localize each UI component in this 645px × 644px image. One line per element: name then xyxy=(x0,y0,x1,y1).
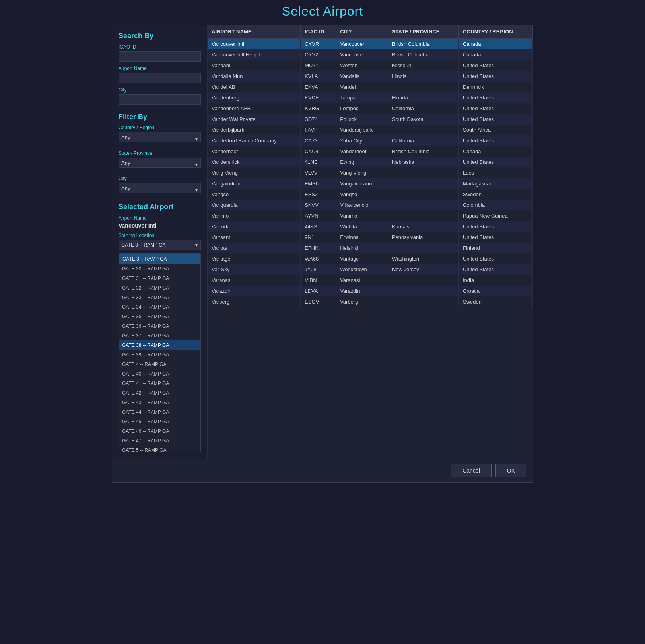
airport-name-search-label: Airport Name xyxy=(119,66,201,71)
list-item[interactable]: GATE 39 -- RAMP GA xyxy=(119,350,200,360)
cell-airport_name: Vangaindrano xyxy=(208,178,301,189)
cell-airport_name: Vandahl xyxy=(208,60,301,71)
list-item[interactable]: GATE 40 -- RAMP GA xyxy=(119,369,200,379)
list-item[interactable]: GATE 35 -- RAMP GA xyxy=(119,312,200,321)
cell-icao_id: CAU4 xyxy=(301,146,336,157)
cell-country_region: South Africa xyxy=(458,125,532,135)
cell-state_province xyxy=(388,275,458,286)
table-row[interactable]: Vang ViengVLVVVang ViengLaos xyxy=(208,167,533,178)
table-row[interactable]: Vandel ABEKVAVandelDenmark xyxy=(208,82,533,92)
list-item[interactable]: GATE 5 -- RAMP GA xyxy=(119,446,200,452)
table-row[interactable]: VanimoAYVNVanimoPapua New Guinea xyxy=(208,210,533,221)
table-row[interactable]: VanderbijlparkFAVPVanderbijlparkSouth Af… xyxy=(208,125,533,135)
cancel-button[interactable]: Cancel xyxy=(451,464,492,477)
cell-state_province: California xyxy=(388,103,458,114)
table-row[interactable]: VantaaEFHKHelsinkiFinland xyxy=(208,243,533,253)
airport-name-search-input[interactable] xyxy=(119,73,201,83)
cell-airport_name: Vanguardia xyxy=(208,200,301,210)
table-row[interactable]: Vansant9N1ErwinnaPennsylvaniaUnited Stat… xyxy=(208,232,533,243)
cell-airport_name: Vankirk xyxy=(208,221,301,232)
table-row[interactable]: Vancouver Intl HelijetCYV2VancouverBriti… xyxy=(208,49,533,60)
cell-airport_name: Vandenberg xyxy=(208,92,301,103)
starting-location-select[interactable]: GATE 3 -- RAMP GA xyxy=(119,240,201,250)
table-row[interactable]: VangsoESSZVangsoSweden xyxy=(208,189,533,200)
cell-state_province xyxy=(388,243,458,253)
select-airport-dialog: Search By ICAO ID Airport Name City Filt… xyxy=(112,25,533,483)
cell-airport_name: Vansant xyxy=(208,232,301,243)
table-header-row: AIRPORT NAMEICAO IDCITYSTATE / PROVINCEC… xyxy=(208,25,533,38)
list-item[interactable]: GATE 33 -- RAMP GA xyxy=(119,293,200,302)
list-item[interactable]: GATE 41 -- RAMP GA xyxy=(119,379,200,388)
table-body[interactable]: Vancouver IntlCYVRVancouverBritish Colum… xyxy=(208,38,533,307)
cell-airport_name: Vander Wal Private xyxy=(208,114,301,125)
table-row[interactable]: Vandenberg AFBKVBGLompocCaliforniaUnited… xyxy=(208,103,533,114)
search-section-title: Search By xyxy=(119,32,201,40)
table-row[interactable]: VarbergESGVVarbergSweden xyxy=(208,296,533,307)
table-row[interactable]: Vankirk44KSWichitaKansasUnited States xyxy=(208,221,533,232)
cell-state_province: British Columbia xyxy=(388,49,458,60)
cell-city: Wichita xyxy=(336,221,388,232)
country-filter-select[interactable]: Any xyxy=(119,132,201,142)
list-item[interactable]: GATE 46 -- RAMP GA xyxy=(119,426,200,436)
list-item[interactable]: GATE 38 -- RAMP GA xyxy=(119,340,200,350)
cell-icao_id: EKVA xyxy=(301,82,336,92)
cell-city: Vancouver xyxy=(336,49,388,60)
table-row[interactable]: Vander Wal PrivateSD74PollockSouth Dakot… xyxy=(208,114,533,125)
dialog-footer: Cancel OK xyxy=(112,459,533,482)
list-item[interactable]: GATE 42 -- RAMP GA xyxy=(119,388,200,398)
cell-city: Vanderhoof xyxy=(336,146,388,157)
cell-icao_id: JY08 xyxy=(301,264,336,275)
column-header-icao_id: ICAO ID xyxy=(301,25,336,38)
table-row[interactable]: VandenbergKVDFTampaFloridaUnited States xyxy=(208,92,533,103)
table-row[interactable]: VangaindranoFMSUVangaindranoMadagascar xyxy=(208,178,533,189)
ok-button[interactable]: OK xyxy=(495,464,526,477)
table-row[interactable]: VanderhoofCAU4VanderhoofBritish Columbia… xyxy=(208,146,533,157)
list-item[interactable]: GATE 3 -- RAMP GA xyxy=(119,254,200,264)
cell-icao_id: CYV2 xyxy=(301,49,336,60)
table-row[interactable]: Vancouver IntlCYVRVancouverBritish Colum… xyxy=(208,38,533,49)
list-item[interactable]: GATE 32 -- RAMP GA xyxy=(119,283,200,293)
cell-country_region: United States xyxy=(458,221,532,232)
table-row[interactable]: Vanderford Ranch CompanyCA73Yuba CityCal… xyxy=(208,135,533,146)
list-item[interactable]: GATE 43 -- RAMP GA xyxy=(119,398,200,407)
table-row[interactable]: Vandersnick41NEEwingNebraskaUnited State… xyxy=(208,157,533,167)
cell-country_region: Croatia xyxy=(458,286,532,296)
column-header-airport_name: AIRPORT NAME xyxy=(208,25,301,38)
cell-icao_id: FMSU xyxy=(301,178,336,189)
cell-icao_id: KVDF xyxy=(301,92,336,103)
column-header-country_region: COUNTRY / REGION xyxy=(458,25,532,38)
list-item[interactable]: GATE 34 -- RAMP GA xyxy=(119,302,200,312)
state-filter-select[interactable]: Any xyxy=(119,158,201,168)
table-row[interactable]: VandahlMU71WestonMissouriUnited States xyxy=(208,60,533,71)
list-item[interactable]: GATE 45 -- RAMP GA xyxy=(119,417,200,426)
selected-airport-name-value: Vancouver Intl xyxy=(119,222,201,229)
city-filter-wrapper: Any xyxy=(119,183,201,197)
cell-city: Vangso xyxy=(336,189,388,200)
list-item[interactable]: GATE 47 -- RAMP GA xyxy=(119,436,200,446)
cell-country_region: Canada xyxy=(458,146,532,157)
table-row[interactable]: VantageWA68VantageWashingtonUnited State… xyxy=(208,253,533,264)
cell-city: Varberg xyxy=(336,296,388,307)
cell-airport_name: Varazdin xyxy=(208,286,301,296)
list-item[interactable]: GATE 31 -- RAMP GA xyxy=(119,274,200,283)
cell-city: Pollock xyxy=(336,114,388,125)
table-row[interactable]: Var-SkyJY08WoodstownNew JerseyUnited Sta… xyxy=(208,264,533,275)
state-filter-label: State / Province xyxy=(119,150,201,156)
table-header: AIRPORT NAMEICAO IDCITYSTATE / PROVINCEC… xyxy=(208,25,533,38)
table-row[interactable]: VanguardiaSKVVVillavicencioColombia xyxy=(208,200,533,210)
table-row[interactable]: Vandalia MunKVLAVandaliaIllinoisUnited S… xyxy=(208,71,533,82)
cell-city: Helsinki xyxy=(336,243,388,253)
selected-airport-name-label: Airport Name xyxy=(119,215,201,221)
selected-airport-title: Selected Airport xyxy=(119,203,201,211)
list-item[interactable]: GATE 37 -- RAMP GA xyxy=(119,331,200,340)
table-container[interactable]: AIRPORT NAMEICAO IDCITYSTATE / PROVINCEC… xyxy=(208,25,533,459)
table-row[interactable]: VaranasiVIBNVaranasiIndia xyxy=(208,275,533,286)
icao-id-input[interactable] xyxy=(119,51,201,62)
city-search-input[interactable] xyxy=(119,94,201,105)
list-item[interactable]: GATE 4 -- RAMP GA xyxy=(119,360,200,369)
list-item[interactable]: GATE 36 -- RAMP GA xyxy=(119,321,200,331)
list-item[interactable]: GATE 44 -- RAMP GA xyxy=(119,407,200,417)
city-filter-select[interactable]: Any xyxy=(119,183,201,193)
list-item[interactable]: GATE 30 -- RAMP GA xyxy=(119,264,200,274)
table-row[interactable]: VarazdinLDVAVarazdinCroatia xyxy=(208,286,533,296)
